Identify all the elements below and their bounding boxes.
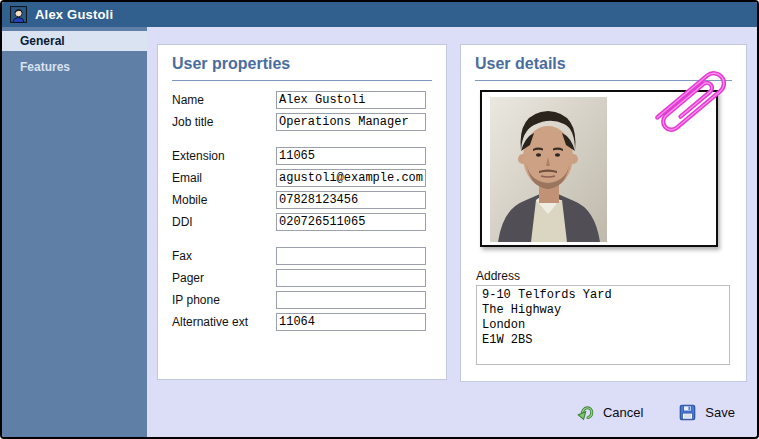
heading-divider xyxy=(172,80,432,81)
field-group-2: ExtensionEmailMobileDDI xyxy=(172,147,432,231)
field-group-1: NameJob title xyxy=(172,91,432,131)
ddi-input[interactable] xyxy=(276,213,426,231)
field-label-fax: Fax xyxy=(172,249,276,263)
field-label-email: Email xyxy=(172,171,276,185)
floppy-disk-icon xyxy=(679,404,696,421)
user-properties-title: User properties xyxy=(172,55,432,73)
field-label-ddi: DDI xyxy=(172,215,276,229)
heading-divider xyxy=(475,80,732,81)
footer-actions: Cancel Save xyxy=(577,404,735,421)
user-properties-panel: User properties NameJob titleExtensionEm… xyxy=(157,44,447,380)
undo-arrow-icon xyxy=(577,404,594,421)
field-row-ddi: DDI xyxy=(172,213,432,231)
alternative-ext-input[interactable] xyxy=(276,313,426,331)
window-title: Alex Gustoli xyxy=(35,7,113,22)
sidebar-item-general[interactable]: General xyxy=(2,31,147,51)
field-row-fax: Fax xyxy=(172,247,432,265)
mobile-input[interactable] xyxy=(276,191,426,209)
job-title-input[interactable] xyxy=(276,113,426,131)
field-label-job-title: Job title xyxy=(172,115,276,129)
field-row-email: Email xyxy=(172,169,432,187)
user-photo xyxy=(490,97,607,242)
address-label: Address xyxy=(476,269,520,283)
sidebar: General Features xyxy=(2,27,147,437)
save-button[interactable]: Save xyxy=(679,404,735,421)
address-textarea[interactable]: 9-10 Telfords Yard The Highway London E1… xyxy=(476,285,730,365)
field-label-mobile: Mobile xyxy=(172,193,276,207)
person-icon xyxy=(10,6,27,23)
cancel-button[interactable]: Cancel xyxy=(577,404,643,421)
field-label-extension: Extension xyxy=(172,149,276,163)
pager-input[interactable] xyxy=(276,269,426,287)
field-row-job-title: Job title xyxy=(172,113,432,131)
field-row-name: Name xyxy=(172,91,432,109)
ip-phone-input[interactable] xyxy=(276,291,426,309)
user-details-title: User details xyxy=(475,55,732,73)
titlebar: Alex Gustoli xyxy=(2,2,757,27)
fax-input[interactable] xyxy=(276,247,426,265)
user-details-panel: User details xyxy=(460,44,747,382)
field-group-3: FaxPagerIP phoneAlternative ext xyxy=(172,247,432,331)
field-label-ip-phone: IP phone xyxy=(172,293,276,307)
sidebar-item-features[interactable]: Features xyxy=(2,57,147,77)
user-photo-card[interactable] xyxy=(480,90,718,247)
user-properties-form: NameJob titleExtensionEmailMobileDDIFaxP… xyxy=(172,91,432,331)
field-row-ip-phone: IP phone xyxy=(172,291,432,309)
field-label-pager: Pager xyxy=(172,271,276,285)
field-row-alternative-ext: Alternative ext xyxy=(172,313,432,331)
cancel-button-label: Cancel xyxy=(603,405,643,420)
field-row-pager: Pager xyxy=(172,269,432,287)
user-dialog-window: Alex Gustoli General Features User prope… xyxy=(0,0,759,439)
field-label-alternative-ext: Alternative ext xyxy=(172,315,276,329)
email-input[interactable] xyxy=(276,169,426,187)
save-button-label: Save xyxy=(705,405,735,420)
name-input[interactable] xyxy=(276,91,426,109)
field-row-mobile: Mobile xyxy=(172,191,432,209)
extension-input[interactable] xyxy=(276,147,426,165)
field-row-extension: Extension xyxy=(172,147,432,165)
field-label-name: Name xyxy=(172,93,276,107)
